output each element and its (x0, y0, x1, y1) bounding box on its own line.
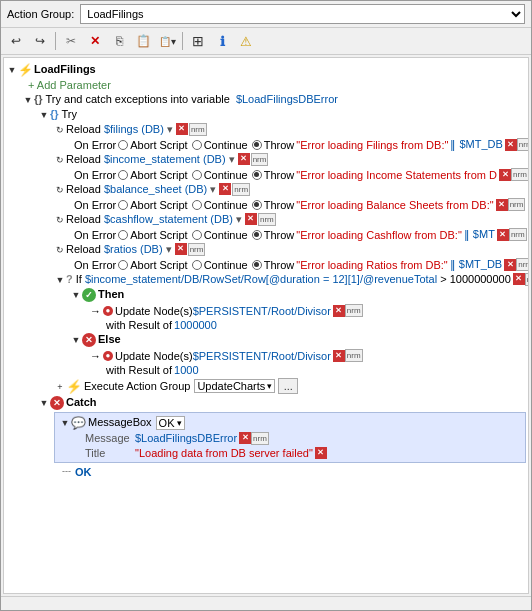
reload-filings-nrm[interactable]: nrm (189, 123, 207, 136)
income-on-error: On Error Abort Script Continue (54, 167, 526, 182)
msgbox-title-x[interactable]: ✕ (315, 447, 327, 459)
reload-balance-expand[interactable]: ↻ (54, 184, 66, 196)
else-update-x[interactable]: ✕ (333, 350, 345, 362)
reload-ratios-x[interactable]: ✕ (175, 243, 187, 255)
cashflow-radio-abort[interactable]: Abort Script (118, 229, 187, 241)
else-update-row: → ● Update Node(s) $PERSISTENT/Root/Divi… (90, 348, 526, 363)
execute-group-select[interactable]: UpdateCharts ▾ (194, 379, 275, 393)
undo-button[interactable]: ↩ (5, 30, 27, 52)
msgbox-ok-dropdown[interactable]: OK ▾ (156, 416, 185, 430)
reload-cashflow-expand[interactable]: ↻ (54, 214, 66, 226)
execute-expand[interactable]: + (54, 381, 66, 393)
cashflow-throw-nrm[interactable]: nrm (509, 228, 527, 241)
msgbox-row: ▼ 💬 MessageBox OK ▾ (55, 415, 525, 431)
toolbar-sep-2 (182, 32, 183, 50)
filings-radio-continue[interactable]: Continue (192, 139, 248, 151)
else-result-val: 1000 (174, 364, 198, 376)
ok-button[interactable]: OK (75, 466, 92, 478)
reload-income-x[interactable]: ✕ (238, 153, 250, 165)
reload-ratios-row: ↻ Reload $ratios (DB) ▾ ✕ nrm (54, 242, 526, 257)
ratios-throw-x[interactable]: ✕ (504, 259, 516, 271)
catch-expand[interactable]: ▼ (38, 397, 50, 409)
balance-dropdown[interactable]: ▾ (210, 183, 216, 195)
root-expand[interactable]: ▼ (6, 64, 18, 76)
msgbox-expand[interactable]: ▼ (59, 417, 71, 429)
catch-block: ▼ ✕ Catch ▼ 💬 MessageBox OK (38, 395, 526, 479)
income-throw-nrm[interactable]: nrm (511, 168, 529, 181)
msgbox-message-x[interactable]: ✕ (239, 432, 251, 444)
redo-button[interactable]: ↪ (29, 30, 51, 52)
then-block: ▼ ✓ Then → ● Update Node(s) $P (70, 287, 526, 332)
add-param-button[interactable]: + Add Parameter (26, 79, 111, 91)
if-x[interactable]: ✕ (513, 273, 525, 285)
cashflow-radio-continue[interactable]: Continue (192, 229, 248, 241)
warning-button[interactable]: ⚠ (235, 30, 257, 52)
msgbox-icon: 💬 (71, 416, 86, 430)
else-update-nrm[interactable]: nrm (345, 349, 363, 362)
main-window: Action Group: LoadFilings ↩ ↪ ✂ ✕ ⎘ 📋 📋▾… (0, 0, 532, 611)
then-expand[interactable]: ▼ (70, 289, 82, 301)
msgbox-message-nrm[interactable]: nrm (251, 432, 269, 445)
filings-radio-throw[interactable]: Throw (252, 139, 295, 151)
balance-throw-nrm[interactable]: nrm (508, 198, 526, 211)
cut-button[interactable]: ✂ (60, 30, 82, 52)
copy-button[interactable]: ⎘ (108, 30, 130, 52)
reload-income-nrm[interactable]: nrm (251, 153, 269, 166)
paste-button[interactable]: 📋 (132, 30, 154, 52)
if-nrm[interactable]: nrm (525, 273, 529, 286)
trycatch-header: ▼ {} Try and catch exceptions into varia… (22, 92, 526, 107)
reload-filings-row: ↻ Reload $filings (DB) ▾ ✕ nrm (54, 122, 526, 137)
ratios-dropdown[interactable]: ▾ (166, 243, 172, 255)
cashflow-radio-throw[interactable]: Throw (252, 229, 295, 241)
if-expand[interactable]: ▼ (54, 274, 66, 286)
balance-radio-continue[interactable]: Continue (192, 199, 248, 211)
paste-special-button[interactable]: 📋▾ (156, 30, 178, 52)
ratios-radio-continue[interactable]: Continue (192, 259, 248, 271)
income-radio-throw[interactable]: Throw (252, 169, 295, 181)
try-expand[interactable]: ▼ (38, 109, 50, 121)
trycatch-expand[interactable]: ▼ (22, 94, 34, 106)
ratios-throw-nrm[interactable]: nrm (516, 258, 529, 271)
reload-filings-x[interactable]: ✕ (176, 123, 188, 135)
reload-ratios-expand[interactable]: ↻ (54, 244, 66, 256)
income-dropdown[interactable]: ▾ (229, 153, 235, 165)
ratios-radio-abort[interactable]: Abort Script (118, 259, 187, 271)
reload-filings-expand[interactable]: ↻ (54, 124, 66, 136)
then-update-nrm[interactable]: nrm (345, 304, 363, 317)
reload-ratios-nrm[interactable]: nrm (188, 243, 206, 256)
else-expand[interactable]: ▼ (70, 334, 82, 346)
income-radio-abort[interactable]: Abort Script (118, 169, 187, 181)
filings-throw-x[interactable]: ✕ (505, 139, 517, 151)
reload-cashflow-x[interactable]: ✕ (245, 213, 257, 225)
income-radio-continue[interactable]: Continue (192, 169, 248, 181)
reload-income-expand[interactable]: ↻ (54, 154, 66, 166)
balance-radio-throw[interactable]: Throw (252, 199, 295, 211)
ratios-radio-throw[interactable]: Throw (252, 259, 295, 271)
then-update-x[interactable]: ✕ (333, 305, 345, 317)
cashflow-on-error: On Error Abort Script Continue (54, 227, 526, 242)
info-button[interactable]: ℹ (211, 30, 233, 52)
cashflow-dropdown[interactable]: ▾ (236, 213, 242, 225)
delete-button[interactable]: ✕ (84, 30, 106, 52)
msgbox-message-val: $LoadFilingsDBError (135, 432, 237, 444)
then-result-row: with Result of 1000000 (90, 318, 526, 332)
action-group-select[interactable]: LoadFilings (80, 4, 525, 24)
else-icon: ✕ (82, 333, 96, 347)
filings-dropdown[interactable]: ▾ (167, 123, 173, 135)
reload-cashflow-row: ↻ Reload $cashflow_statement (DB) ▾ ✕ nr… (54, 212, 526, 227)
reload-balance-nrm[interactable]: nrm (232, 183, 250, 196)
ratios-on-error: On Error Abort Script Continue (54, 257, 526, 272)
filings-throw-nrm[interactable]: nrm (517, 138, 529, 151)
reload-balance-x[interactable]: ✕ (219, 183, 231, 195)
filings-radio-abort[interactable]: Abort Script (118, 139, 187, 151)
balance-throw-x[interactable]: ✕ (496, 199, 508, 211)
reload-cashflow-nrm[interactable]: nrm (258, 213, 276, 226)
grid-button[interactable]: ⊞ (187, 30, 209, 52)
income-throw-x[interactable]: ✕ (499, 169, 511, 181)
try-label: Try (62, 108, 77, 120)
balance-radio-abort[interactable]: Abort Script (118, 199, 187, 211)
cashflow-throw-x[interactable]: ✕ (497, 229, 509, 241)
execute-more-button[interactable]: ... (278, 378, 298, 394)
horizontal-scrollbar[interactable] (1, 596, 531, 610)
else-label: Else (98, 333, 121, 345)
